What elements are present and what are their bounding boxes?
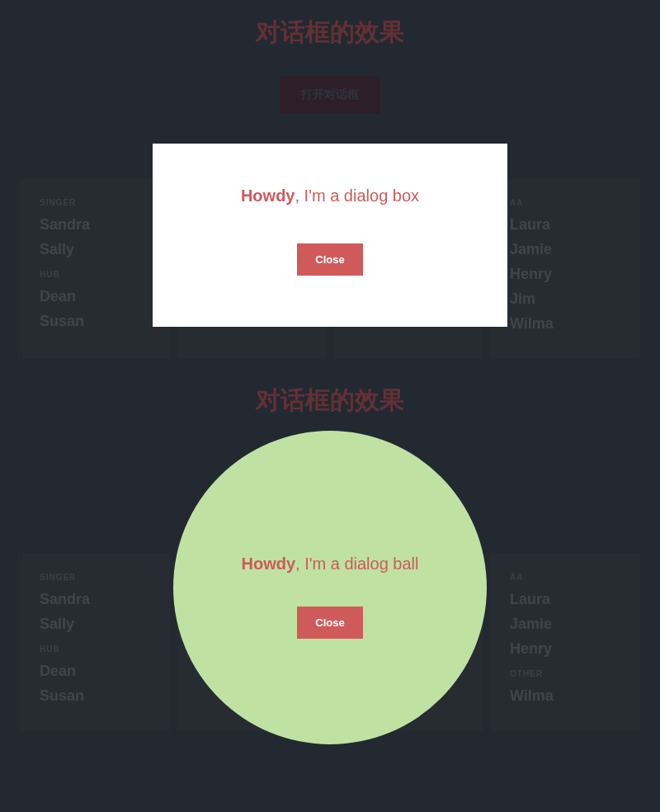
close-button[interactable]: Close [297, 243, 362, 276]
dialog-rest: , I'm a dialog ball [295, 555, 418, 573]
dialog-message: Howdy, I'm a dialog ball [173, 555, 487, 574]
name-item: Henry [510, 636, 620, 661]
name-item: Sandra [40, 587, 150, 611]
card-label: AA [510, 573, 620, 582]
name-item: Jamie [510, 611, 620, 636]
name-card: AA Laura Jamie Henry Jim Wilma [490, 178, 640, 359]
section-title: 对话框的效果 [0, 15, 660, 50]
dialog-ball: Howdy, I'm a dialog ball Close [173, 431, 487, 744]
name-item: Wilma [510, 311, 620, 336]
dialog-howdy: Howdy [241, 186, 295, 205]
name-card: SINGER Sandra Sally HUB Dean Susan [20, 553, 170, 731]
name-item: Laura [510, 212, 620, 237]
name-card: AA Laura Jamie Henry OTHER Wilma [490, 553, 640, 731]
dialog-message: Howdy, I'm a dialog box [153, 186, 507, 205]
section-title: 对话框的效果 [0, 383, 660, 418]
name-card: SINGER Sandra Sally HUB Dean Susan [20, 178, 170, 359]
open-button-wrap: 打开对话框 [0, 76, 660, 114]
card-label: HUB [40, 644, 150, 654]
card-label: AA [510, 198, 620, 207]
name-item: Laura [510, 587, 620, 611]
name-item: Wilma [510, 683, 620, 708]
name-item: Sandra [40, 212, 150, 237]
name-item: Susan [40, 683, 150, 708]
name-item: Susan [40, 309, 150, 333]
name-item: Jamie [510, 237, 620, 262]
dialog-box: Howdy, I'm a dialog box Close [153, 144, 507, 327]
card-label: SINGER [40, 573, 150, 582]
name-item: Henry [510, 262, 620, 286]
close-button[interactable]: Close [297, 607, 362, 639]
open-dialog-button[interactable]: 打开对话框 [280, 76, 380, 114]
card-label: SINGER [40, 198, 150, 207]
name-item: Dean [40, 659, 150, 683]
card-label: OTHER [510, 669, 620, 678]
dialog-rest: , I'm a dialog box [295, 186, 419, 205]
name-item: Jim [510, 286, 620, 311]
name-item: Dean [40, 284, 150, 309]
name-item: Sally [40, 237, 150, 262]
card-label: HUB [40, 270, 150, 279]
name-item: Sally [40, 611, 150, 636]
dialog-howdy: Howdy [241, 555, 295, 573]
